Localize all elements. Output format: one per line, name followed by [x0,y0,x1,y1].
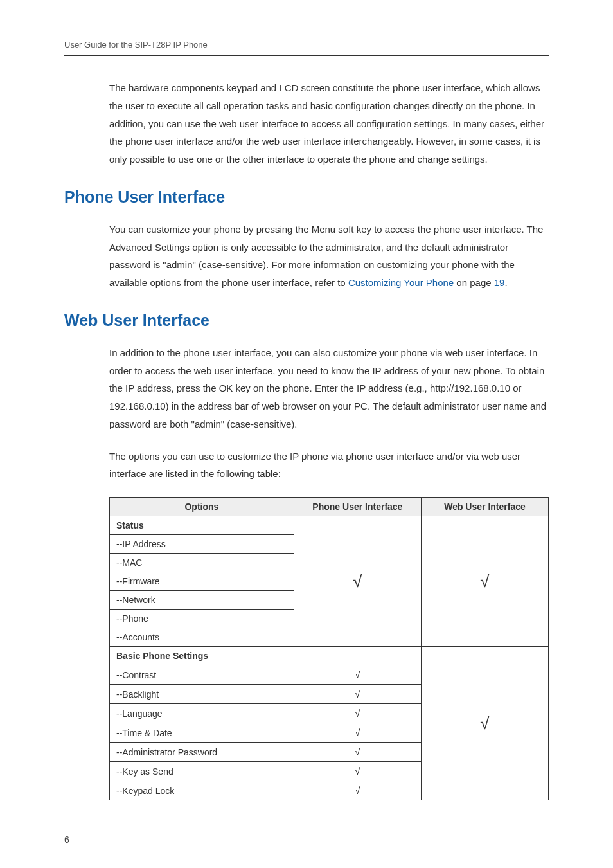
opt-contrast: --Contrast [110,665,294,685]
keypadlock-phone-check: √ [294,781,421,800]
phone-ui-paragraph: You can customize your phone by pressing… [109,221,549,292]
phone-ui-p1-mid: on page [454,277,494,288]
opt-keypad-lock: --Keypad Lock [110,781,294,800]
basic-settings-phone-blank [294,647,421,665]
basic-settings-title: Basic Phone Settings [110,647,294,665]
status-phone-check: √ [294,516,421,647]
status-web-check: √ [421,516,548,647]
opt-key-send: --Key as Send [110,762,294,781]
timedate-phone-check: √ [294,723,421,743]
basic-web-check: √ [421,647,548,800]
page-ref-link[interactable]: 19 [494,277,505,288]
col-web: Web User Interface [421,498,548,516]
opt-network: --Network [110,591,294,610]
web-ui-heading: Web User Interface [64,311,549,330]
opt-backlight: --Backlight [110,685,294,704]
options-table: Options Phone User Interface Web User In… [109,497,549,800]
keysend-phone-check: √ [294,762,421,781]
intro-paragraph: The hardware components keypad and LCD s… [109,79,549,168]
col-phone: Phone User Interface [294,498,421,516]
web-ui-paragraph-1: In addition to the phone user interface,… [109,344,549,433]
web-ui-paragraph-2: The options you can use to customize the… [109,448,549,484]
status-title: Status [110,516,294,535]
table-row: Basic Phone Settings √ [110,647,549,665]
opt-time-date: --Time & Date [110,723,294,743]
page-header: User Guide for the SIP-T28P IP Phone [64,39,549,56]
opt-firmware: --Firmware [110,572,294,591]
table-header-row: Options Phone User Interface Web User In… [110,498,549,516]
opt-admin-pw: --Administrator Password [110,743,294,762]
backlight-phone-check: √ [294,685,421,704]
opt-language: --Language [110,704,294,723]
phone-ui-p1-suffix: . [504,277,507,288]
language-phone-check: √ [294,704,421,723]
col-options: Options [110,498,294,516]
phone-ui-heading: Phone User Interface [64,188,549,206]
customizing-phone-link[interactable]: Customizing Your Phone [348,277,454,288]
opt-accounts: --Accounts [110,628,294,647]
opt-ip-address: --IP Address [110,535,294,554]
contrast-phone-check: √ [294,665,421,685]
options-table-wrap: Options Phone User Interface Web User In… [109,497,549,800]
opt-phone: --Phone [110,610,294,628]
header-title: User Guide for the SIP-T28P IP Phone [64,40,208,50]
adminpw-phone-check: √ [294,743,421,762]
table-row: Status √ √ [110,516,549,535]
opt-mac: --MAC [110,554,294,572]
page-number: 6 [64,835,69,845]
